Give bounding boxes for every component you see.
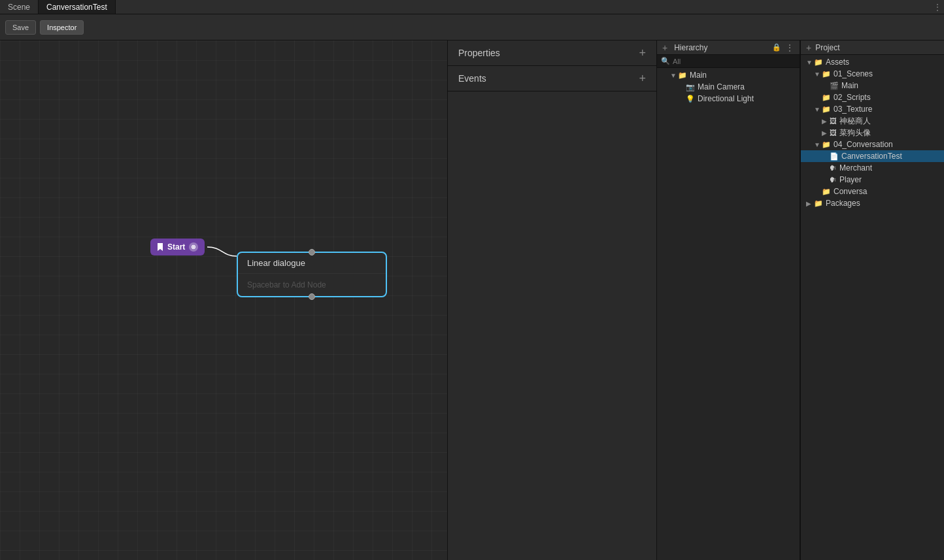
project-item-main-scene[interactable]: 🎬 Main <box>801 80 944 91</box>
project-item-player[interactable]: 🗣 Player <box>801 174 944 186</box>
project-item-sprite2[interactable]: ▶ 🖼 菜狗头像 <box>801 127 944 139</box>
hierarchy-item-main-camera[interactable]: 📷 Main Camera <box>657 81 800 93</box>
hierarchy-item-main[interactable]: ▼ 📁 Main <box>657 69 800 81</box>
project-item-assets[interactable]: ▼ 📁 Assets <box>801 56 944 68</box>
inspector-bar: Save Inspector <box>0 14 944 41</box>
properties-add-icon[interactable]: + <box>639 47 646 59</box>
hierarchy-tree: ▼ 📁 Main 📷 Main Camera 💡 Directio <box>657 68 800 560</box>
properties-panel: Properties + Events + <box>447 41 656 560</box>
start-node[interactable]: Start ⊗ <box>150 239 205 255</box>
folder-icon: 📁 <box>814 199 823 208</box>
hierarchy-menu-icon[interactable]: ⋮ <box>784 42 796 53</box>
hierarchy-item-directional-light[interactable]: 💡 Directional Light <box>657 93 800 105</box>
hierarchy-title: Hierarchy <box>674 43 769 52</box>
arrow-icon: ▶ <box>822 118 830 125</box>
inspector-button[interactable]: Inspector <box>40 20 84 35</box>
dialogue-node[interactable]: Linear dialogue Spacebar to Add Node <box>237 252 387 297</box>
save-button[interactable]: Save <box>5 20 36 35</box>
hierarchy-search-bar: 🔍 <box>657 55 800 68</box>
project-item-sprite1[interactable]: ▶ 🖼 神秘商人 <box>801 115 944 127</box>
arrow-icon: ▼ <box>806 59 814 66</box>
arrow-icon: ▼ <box>670 72 678 79</box>
canvas-area[interactable]: Start ⊗ Linear dialogue Spacebar to Add … <box>0 41 447 560</box>
project-item-canversation-test[interactable]: 📄 CanversationTest <box>801 150 944 162</box>
hierarchy-panel: + Hierarchy 🔒 ⋮ 🔍 ▼ 📁 Main <box>656 41 800 560</box>
properties-section: Properties + <box>448 41 656 66</box>
properties-section-header[interactable]: Properties + <box>448 41 656 65</box>
project-add-button[interactable]: + <box>805 42 813 53</box>
bookmark-icon <box>157 243 163 251</box>
center-area: Start ⊗ Linear dialogue Spacebar to Add … <box>0 41 656 560</box>
arrow-icon: ▼ <box>814 141 822 148</box>
arrow-icon: ▶ <box>806 200 814 207</box>
folder-icon: 📁 <box>822 188 831 196</box>
folder-icon: 📁 <box>822 93 831 102</box>
dialogue-node-header: Linear dialogue <box>238 253 386 274</box>
project-item-02scripts[interactable]: 📁 02_Scripts <box>801 91 944 103</box>
arrow-icon: ▼ <box>814 106 822 113</box>
project-panel: + Project ▼ 📁 Assets ▼ 📁 01_Scenes <box>800 41 944 560</box>
folder-icon: 📁 <box>822 140 831 149</box>
connection-svg <box>0 41 447 560</box>
editor-area: Start ⊗ Linear dialogue Spacebar to Add … <box>0 41 944 560</box>
project-item-01scenes[interactable]: ▼ 📁 01_Scenes <box>801 68 944 80</box>
top-bar-menu[interactable]: ⋮ <box>931 3 944 12</box>
side-panels: + Hierarchy 🔒 ⋮ 🔍 ▼ 📁 Main <box>656 41 944 560</box>
events-section-header[interactable]: Events + <box>448 66 656 91</box>
project-header: + Project <box>801 41 944 55</box>
project-tree: ▼ 📁 Assets ▼ 📁 01_Scenes 🎬 Main <box>801 55 944 560</box>
start-node-close[interactable]: ⊗ <box>189 242 198 252</box>
light-icon: 💡 <box>686 95 695 103</box>
tab-scene[interactable]: Scene <box>0 0 39 14</box>
top-bar: Scene CanversationTest ⋮ <box>0 0 944 14</box>
hierarchy-add-button[interactable]: + <box>661 42 669 53</box>
project-item-03texture[interactable]: ▼ 📁 03_Texture <box>801 103 944 115</box>
dialogue-port-bottom[interactable] <box>309 293 315 300</box>
hierarchy-search-input[interactable] <box>673 58 796 65</box>
convo-icon: 🗣 <box>830 176 837 184</box>
camera-icon: 📷 <box>686 83 695 91</box>
project-item-packages[interactable]: ▶ 📁 Packages <box>801 197 944 209</box>
arrow-icon: ▼ <box>814 71 822 78</box>
tab-conversation-test[interactable]: CanversationTest <box>39 0 116 14</box>
search-icon: 🔍 <box>661 57 670 65</box>
events-add-icon[interactable]: + <box>639 73 646 84</box>
scene-icon: 🎬 <box>830 82 839 90</box>
folder-icon: 📁 <box>678 71 687 80</box>
folder-icon: 📁 <box>822 105 831 114</box>
hierarchy-header: + Hierarchy 🔒 ⋮ <box>657 41 800 55</box>
dialogue-node-body: Spacebar to Add Node <box>238 274 386 296</box>
project-item-conversa[interactable]: 📁 Conversa <box>801 186 944 197</box>
project-item-merchant[interactable]: 🗣 Merchant <box>801 162 944 174</box>
folder-icon: 📁 <box>814 58 823 67</box>
events-section: Events + <box>448 66 656 91</box>
folder-icon: 📁 <box>822 70 831 78</box>
sprite-icon: 🖼 <box>830 117 837 125</box>
file-icon: 📄 <box>830 152 839 161</box>
convo-icon: 🗣 <box>830 164 837 172</box>
arrow-icon: ▶ <box>822 129 830 137</box>
hierarchy-project-row: + Hierarchy 🔒 ⋮ 🔍 ▼ 📁 Main <box>656 41 944 560</box>
hierarchy-lock-icon[interactable]: 🔒 <box>772 43 781 52</box>
dialogue-port-top[interactable] <box>309 249 315 255</box>
sprite-icon: 🖼 <box>830 129 837 137</box>
project-item-04conversation[interactable]: ▼ 📁 04_Conversation <box>801 139 944 150</box>
project-title: Project <box>815 43 940 52</box>
